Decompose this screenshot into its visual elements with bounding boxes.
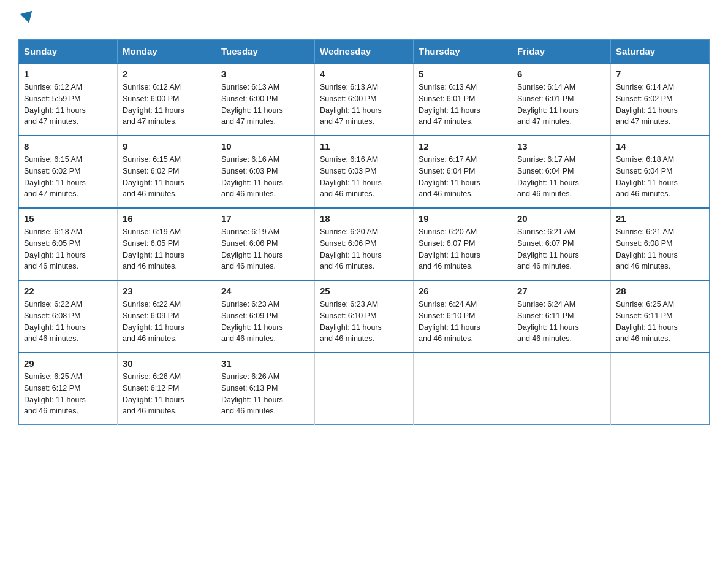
calendar-day-cell: 15 Sunrise: 6:18 AMSunset: 6:05 PMDaylig… <box>19 208 118 280</box>
calendar-day-cell: 10 Sunrise: 6:16 AMSunset: 6:03 PMDaylig… <box>216 136 315 208</box>
calendar-header-cell: Sunday <box>19 40 118 64</box>
calendar-day-cell: 17 Sunrise: 6:19 AMSunset: 6:06 PMDaylig… <box>216 208 315 280</box>
day-info: Sunrise: 6:25 AMSunset: 6:12 PMDaylight:… <box>24 372 86 415</box>
day-info: Sunrise: 6:15 AMSunset: 6:02 PMDaylight:… <box>123 155 184 198</box>
calendar-week-row: 1 Sunrise: 6:12 AMSunset: 5:59 PMDayligh… <box>19 63 710 136</box>
calendar-day-cell: 14 Sunrise: 6:18 AMSunset: 6:04 PMDaylig… <box>611 136 710 208</box>
day-info: Sunrise: 6:20 AMSunset: 6:06 PMDaylight:… <box>320 228 382 270</box>
day-info: Sunrise: 6:22 AMSunset: 6:09 PMDaylight:… <box>123 300 184 343</box>
day-info: Sunrise: 6:24 AMSunset: 6:10 PMDaylight:… <box>419 300 480 343</box>
day-number: 23 <box>123 286 211 296</box>
day-number: 2 <box>123 69 211 79</box>
day-info: Sunrise: 6:19 AMSunset: 6:06 PMDaylight:… <box>221 228 283 270</box>
day-number: 20 <box>517 213 605 224</box>
day-info: Sunrise: 6:21 AMSunset: 6:07 PMDaylight:… <box>517 228 579 270</box>
day-number: 29 <box>24 358 112 369</box>
calendar-day-cell: 3 Sunrise: 6:13 AMSunset: 6:00 PMDayligh… <box>216 63 315 136</box>
day-info: Sunrise: 6:17 AMSunset: 6:04 PMDaylight:… <box>419 155 480 198</box>
logo-triangle-icon <box>20 11 35 25</box>
calendar-day-cell: 2 Sunrise: 6:12 AMSunset: 6:00 PMDayligh… <box>118 63 216 136</box>
day-number: 22 <box>24 286 112 296</box>
calendar-body: 1 Sunrise: 6:12 AMSunset: 5:59 PMDayligh… <box>19 63 710 425</box>
day-number: 8 <box>24 141 112 151</box>
day-info: Sunrise: 6:18 AMSunset: 6:05 PMDaylight:… <box>24 228 86 270</box>
day-number: 26 <box>419 286 507 296</box>
day-info: Sunrise: 6:24 AMSunset: 6:11 PMDaylight:… <box>517 300 579 343</box>
day-info: Sunrise: 6:21 AMSunset: 6:08 PMDaylight:… <box>616 228 678 270</box>
calendar-day-cell <box>512 353 611 425</box>
calendar-day-cell: 26 Sunrise: 6:24 AMSunset: 6:10 PMDaylig… <box>414 280 512 353</box>
day-info: Sunrise: 6:13 AMSunset: 6:00 PMDaylight:… <box>221 83 283 126</box>
day-info: Sunrise: 6:14 AMSunset: 6:02 PMDaylight:… <box>616 83 678 126</box>
calendar-day-cell: 6 Sunrise: 6:14 AMSunset: 6:01 PMDayligh… <box>512 63 611 136</box>
day-number: 16 <box>123 213 211 224</box>
day-number: 27 <box>517 286 605 296</box>
calendar-header: SundayMondayTuesdayWednesdayThursdayFrid… <box>19 40 710 64</box>
day-number: 13 <box>517 141 605 151</box>
day-info: Sunrise: 6:12 AMSunset: 6:00 PMDaylight:… <box>123 83 184 126</box>
calendar-day-cell <box>414 353 512 425</box>
calendar-week-row: 22 Sunrise: 6:22 AMSunset: 6:08 PMDaylig… <box>19 280 710 353</box>
calendar-day-cell: 29 Sunrise: 6:25 AMSunset: 6:12 PMDaylig… <box>19 353 118 425</box>
page-header <box>18 12 710 27</box>
calendar-day-cell: 16 Sunrise: 6:19 AMSunset: 6:05 PMDaylig… <box>118 208 216 280</box>
day-number: 1 <box>24 69 112 79</box>
day-info: Sunrise: 6:22 AMSunset: 6:08 PMDaylight:… <box>24 300 86 343</box>
calendar-day-cell: 20 Sunrise: 6:21 AMSunset: 6:07 PMDaylig… <box>512 208 611 280</box>
day-number: 10 <box>221 141 309 151</box>
calendar-day-cell: 21 Sunrise: 6:21 AMSunset: 6:08 PMDaylig… <box>611 208 710 280</box>
day-number: 24 <box>221 286 309 296</box>
calendar-week-row: 29 Sunrise: 6:25 AMSunset: 6:12 PMDaylig… <box>19 353 710 425</box>
day-info: Sunrise: 6:15 AMSunset: 6:02 PMDaylight:… <box>24 155 86 198</box>
calendar-week-row: 15 Sunrise: 6:18 AMSunset: 6:05 PMDaylig… <box>19 208 710 280</box>
day-number: 14 <box>616 141 704 151</box>
day-info: Sunrise: 6:17 AMSunset: 6:04 PMDaylight:… <box>517 155 579 198</box>
calendar-day-cell: 13 Sunrise: 6:17 AMSunset: 6:04 PMDaylig… <box>512 136 611 208</box>
calendar-day-cell: 30 Sunrise: 6:26 AMSunset: 6:12 PMDaylig… <box>118 353 216 425</box>
calendar-header-cell: Saturday <box>611 40 710 64</box>
day-number: 9 <box>123 141 211 151</box>
day-number: 31 <box>221 358 309 369</box>
day-info: Sunrise: 6:26 AMSunset: 6:13 PMDaylight:… <box>221 372 283 415</box>
day-info: Sunrise: 6:16 AMSunset: 6:03 PMDaylight:… <box>320 155 382 198</box>
calendar-table: SundayMondayTuesdayWednesdayThursdayFrid… <box>18 39 710 425</box>
calendar-day-cell <box>315 353 414 425</box>
day-number: 12 <box>419 141 507 151</box>
calendar-day-cell: 11 Sunrise: 6:16 AMSunset: 6:03 PMDaylig… <box>315 136 414 208</box>
day-info: Sunrise: 6:23 AMSunset: 6:09 PMDaylight:… <box>221 300 283 343</box>
calendar-day-cell: 27 Sunrise: 6:24 AMSunset: 6:11 PMDaylig… <box>512 280 611 353</box>
day-number: 15 <box>24 213 112 224</box>
calendar-week-row: 8 Sunrise: 6:15 AMSunset: 6:02 PMDayligh… <box>19 136 710 208</box>
calendar-header-row: SundayMondayTuesdayWednesdayThursdayFrid… <box>19 40 710 64</box>
day-number: 3 <box>221 69 309 79</box>
day-info: Sunrise: 6:23 AMSunset: 6:10 PMDaylight:… <box>320 300 382 343</box>
day-number: 30 <box>123 358 211 369</box>
calendar-header-cell: Friday <box>512 40 611 64</box>
logo-blue-part <box>20 12 34 26</box>
calendar-day-cell: 9 Sunrise: 6:15 AMSunset: 6:02 PMDayligh… <box>118 136 216 208</box>
day-info: Sunrise: 6:25 AMSunset: 6:11 PMDaylight:… <box>616 300 678 343</box>
day-info: Sunrise: 6:20 AMSunset: 6:07 PMDaylight:… <box>419 228 480 270</box>
day-info: Sunrise: 6:12 AMSunset: 5:59 PMDaylight:… <box>24 83 86 126</box>
calendar-day-cell: 28 Sunrise: 6:25 AMSunset: 6:11 PMDaylig… <box>611 280 710 353</box>
day-info: Sunrise: 6:26 AMSunset: 6:12 PMDaylight:… <box>123 372 184 415</box>
calendar-day-cell: 25 Sunrise: 6:23 AMSunset: 6:10 PMDaylig… <box>315 280 414 353</box>
calendar-day-cell: 7 Sunrise: 6:14 AMSunset: 6:02 PMDayligh… <box>611 63 710 136</box>
calendar-day-cell: 22 Sunrise: 6:22 AMSunset: 6:08 PMDaylig… <box>19 280 118 353</box>
day-info: Sunrise: 6:16 AMSunset: 6:03 PMDaylight:… <box>221 155 283 198</box>
calendar-day-cell: 4 Sunrise: 6:13 AMSunset: 6:00 PMDayligh… <box>315 63 414 136</box>
day-number: 21 <box>616 213 704 224</box>
day-number: 19 <box>419 213 507 224</box>
day-number: 18 <box>320 213 408 224</box>
day-number: 11 <box>320 141 408 151</box>
day-info: Sunrise: 6:19 AMSunset: 6:05 PMDaylight:… <box>123 228 184 270</box>
day-info: Sunrise: 6:14 AMSunset: 6:01 PMDaylight:… <box>517 83 579 126</box>
day-number: 28 <box>616 286 704 296</box>
logo <box>18 12 34 27</box>
calendar-day-cell: 8 Sunrise: 6:15 AMSunset: 6:02 PMDayligh… <box>19 136 118 208</box>
day-number: 5 <box>419 69 507 79</box>
calendar-day-cell: 5 Sunrise: 6:13 AMSunset: 6:01 PMDayligh… <box>414 63 512 136</box>
day-number: 25 <box>320 286 408 296</box>
calendar-header-cell: Tuesday <box>216 40 315 64</box>
day-number: 7 <box>616 69 704 79</box>
